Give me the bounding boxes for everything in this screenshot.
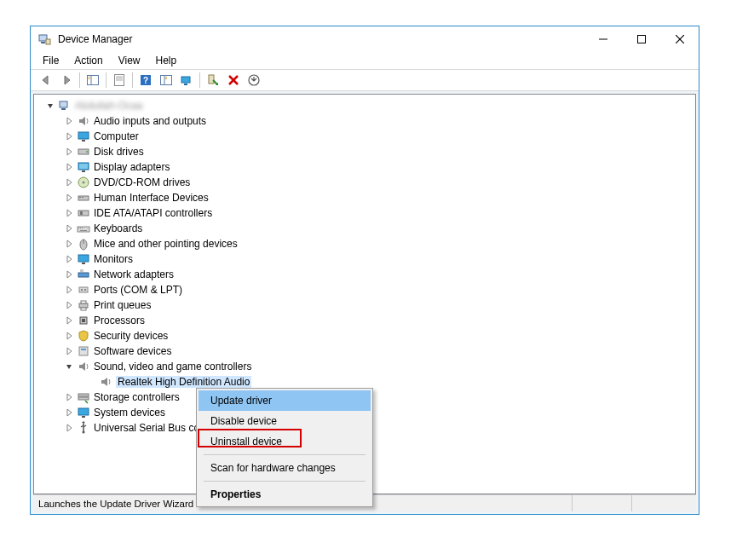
expander-closed-icon[interactable] <box>63 422 75 434</box>
cm-disable-device[interactable]: Disable device <box>199 411 371 431</box>
menu-help[interactable]: Help <box>149 53 184 68</box>
minimize-button[interactable] <box>584 26 622 52</box>
close-button[interactable] <box>660 26 699 52</box>
expander-closed-icon[interactable] <box>63 315 75 326</box>
expander-closed-icon[interactable] <box>63 238 75 250</box>
toolbar-action-button[interactable] <box>157 71 176 89</box>
toolbar-forward-button[interactable] <box>57 71 76 89</box>
svg-rect-28 <box>61 108 66 110</box>
svg-rect-50 <box>78 255 89 262</box>
tree-label: Processors <box>94 315 145 326</box>
svg-rect-67 <box>82 416 85 418</box>
statusbar-cell <box>631 495 691 511</box>
tree-label: Ports (COM & LPT) <box>94 284 182 296</box>
svg-rect-59 <box>81 308 86 310</box>
svg-rect-62 <box>79 347 88 355</box>
expander-closed-icon[interactable] <box>63 115 75 127</box>
monitor-device-icon <box>77 252 90 266</box>
svg-rect-63 <box>81 349 86 350</box>
expander-closed-icon[interactable] <box>63 407 75 419</box>
expander-closed-icon[interactable] <box>63 176 75 188</box>
toolbar-uninstall-button[interactable] <box>224 71 243 89</box>
speaker-icon <box>99 375 112 389</box>
tree-row-dvd-cdrom[interactable]: DVD/CD-ROM drives <box>37 175 695 190</box>
expander-closed-icon[interactable] <box>63 161 75 173</box>
tree-row-display-adapters[interactable]: Display adapters <box>37 159 695 175</box>
expander-open-icon[interactable] <box>44 100 56 112</box>
toolbar-help-button[interactable]: ? <box>136 71 155 89</box>
svg-rect-65 <box>78 397 89 400</box>
tree-row-audio-inputs-outputs[interactable]: Audio inputs and outputs <box>37 113 695 129</box>
menu-action[interactable]: Action <box>67 53 109 68</box>
usb-icon <box>77 421 90 435</box>
window-title: Device Manager <box>58 33 584 45</box>
cm-uninstall-device[interactable]: Uninstall device <box>199 431 371 452</box>
titlebar: Device Manager <box>31 26 699 52</box>
expander-closed-icon[interactable] <box>63 207 75 219</box>
tree-row-hid[interactable]: Human Interface Devices <box>37 190 695 205</box>
menu-file[interactable]: File <box>36 53 66 68</box>
tree-row-computer[interactable]: Computer <box>37 129 695 144</box>
tree-label: Print queues <box>94 299 151 311</box>
expander-closed-icon[interactable] <box>63 192 75 204</box>
tree-row-mice[interactable]: Mice and other pointing devices <box>37 236 695 251</box>
svg-point-56 <box>84 289 86 291</box>
tree-label: Audio inputs and outputs <box>94 115 206 127</box>
expander-closed-icon[interactable] <box>63 253 75 265</box>
tree-row-software[interactable]: Software devices <box>37 344 695 359</box>
svg-rect-47 <box>80 230 87 231</box>
cm-properties[interactable]: Properties <box>199 484 371 505</box>
svg-rect-42 <box>80 211 83 215</box>
tree-row-disk-drives[interactable]: Disk drives <box>37 144 695 159</box>
maximize-button[interactable] <box>622 26 660 52</box>
speaker-icon <box>77 360 90 373</box>
expander-closed-icon[interactable] <box>63 284 75 296</box>
svg-rect-20 <box>165 78 167 79</box>
toolbar-separator <box>79 72 80 88</box>
expander-closed-icon[interactable] <box>63 268 75 280</box>
tree-row-print-queues[interactable]: Print queues <box>37 297 695 313</box>
tree-label: Mice and other pointing devices <box>94 238 238 250</box>
toolbar-scan-hardware-button[interactable] <box>177 71 196 89</box>
expander-closed-icon[interactable] <box>63 299 75 311</box>
tree-row-ide[interactable]: IDE ATA/ATAPI controllers <box>37 205 695 221</box>
tree-label: Security devices <box>94 330 168 342</box>
expander-closed-icon[interactable] <box>63 222 75 234</box>
tree-row-sound[interactable]: Sound, video and game controllers <box>37 359 695 374</box>
tree-label: Network adapters <box>94 268 174 280</box>
svg-rect-9 <box>89 77 90 78</box>
svg-rect-21 <box>181 77 190 83</box>
svg-rect-66 <box>78 408 89 415</box>
tree-row-ports[interactable]: Ports (COM & LPT) <box>37 282 695 297</box>
tree-row-processors[interactable]: Processors <box>37 313 695 328</box>
toolbar-update-driver-button[interactable] <box>245 71 263 89</box>
svg-rect-2 <box>46 39 50 44</box>
svg-rect-34 <box>79 164 88 169</box>
toolbar-show-hide-tree-button[interactable] <box>83 71 102 89</box>
expander-open-icon[interactable] <box>63 361 75 372</box>
tree-row-monitors[interactable]: Monitors <box>37 251 695 267</box>
ide-icon <box>77 206 90 220</box>
tree-row-security[interactable]: Security devices <box>37 328 695 344</box>
toolbar-enable-button[interactable] <box>204 71 222 89</box>
toolbar-back-button[interactable] <box>37 71 55 89</box>
cpu-icon <box>77 314 90 327</box>
toolbar-properties-button[interactable] <box>110 71 129 89</box>
menu-view[interactable]: View <box>112 53 147 68</box>
expander-closed-icon[interactable] <box>63 130 75 142</box>
context-menu: Update driver Disable device Uninstall d… <box>196 388 373 507</box>
toolbar-separator <box>132 72 133 88</box>
svg-rect-1 <box>41 42 45 43</box>
expander-closed-icon[interactable] <box>63 330 75 342</box>
expander-closed-icon[interactable] <box>63 345 75 357</box>
shield-icon <box>77 329 90 343</box>
expander-closed-icon[interactable] <box>63 391 75 403</box>
tree-row-root[interactable]: Abdullah-Ocaa <box>37 98 695 113</box>
cm-update-driver[interactable]: Update driver <box>199 390 371 411</box>
tree-row-keyboards[interactable]: Keyboards <box>37 221 695 236</box>
cm-scan-hardware[interactable]: Scan for hardware changes <box>199 458 371 478</box>
toolbar: ? <box>31 69 699 91</box>
svg-rect-41 <box>78 211 89 216</box>
expander-closed-icon[interactable] <box>63 146 75 158</box>
tree-row-network[interactable]: Network adapters <box>37 267 695 282</box>
